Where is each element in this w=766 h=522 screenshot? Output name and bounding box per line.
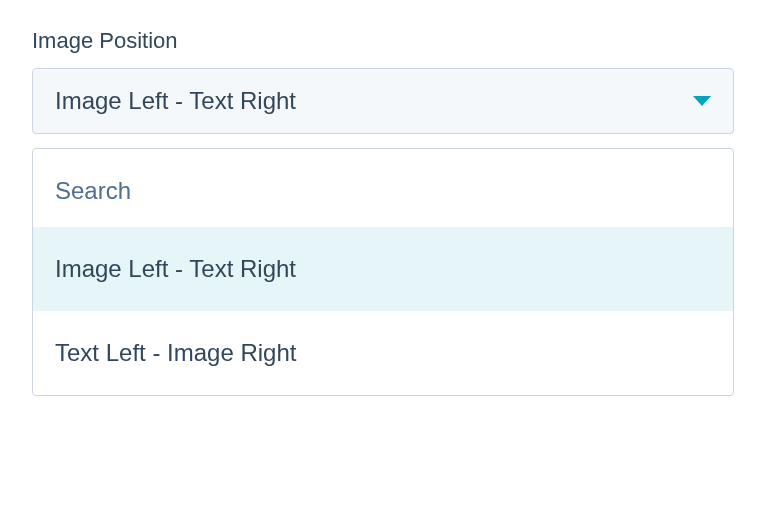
select-value: Image Left - Text Right bbox=[55, 87, 296, 115]
dropdown-option[interactable]: Image Left - Text Right bbox=[33, 227, 733, 311]
search-input[interactable] bbox=[33, 149, 733, 227]
dropdown-panel: Image Left - Text Right Text Left - Imag… bbox=[32, 148, 734, 396]
caret-down-icon bbox=[693, 96, 711, 106]
select-dropdown[interactable]: Image Left - Text Right bbox=[32, 68, 734, 134]
field-label: Image Position bbox=[32, 28, 734, 54]
dropdown-option[interactable]: Text Left - Image Right bbox=[33, 311, 733, 395]
